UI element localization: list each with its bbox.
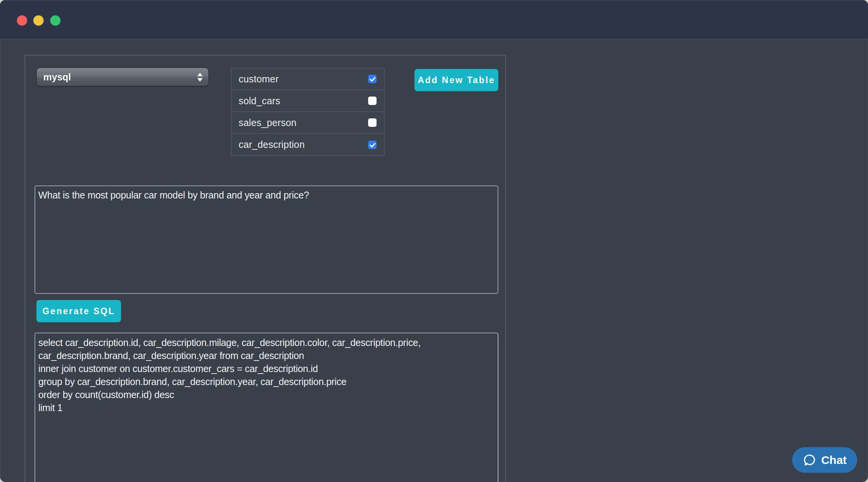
select-updown-icon	[196, 68, 204, 86]
table-name-label: sales_person	[239, 117, 296, 128]
database-select-value: mysql	[37, 72, 71, 83]
speech-bubble-icon	[803, 453, 817, 467]
table-name-label: customer	[239, 74, 278, 85]
table-checkbox[interactable]	[368, 141, 377, 149]
chat-button[interactable]: Chat	[792, 447, 857, 473]
table-row: sales_person	[231, 112, 384, 134]
table-row: sold_cars	[231, 90, 384, 112]
table-list: customer sold_cars sales_person car_desc…	[231, 68, 385, 156]
titlebar	[0, 0, 868, 39]
add-new-table-button[interactable]: Add New Table	[414, 69, 498, 91]
table-name-label: car_description	[239, 139, 305, 150]
generate-sql-button[interactable]: Generate SQL	[36, 300, 121, 322]
database-select[interactable]: mysql	[36, 68, 209, 86]
zoom-button[interactable]	[50, 15, 61, 26]
chat-button-label: Chat	[821, 454, 847, 467]
table-checkbox[interactable]	[368, 97, 377, 105]
table-checkbox[interactable]	[368, 118, 377, 127]
sql-output[interactable]: select car_description.id, car_descripti…	[34, 333, 498, 482]
app-window: mysql customer sold_cars sales_person ca…	[0, 0, 868, 482]
table-row: customer	[231, 68, 384, 90]
table-checkbox[interactable]	[368, 75, 377, 83]
table-name-label: sold_cars	[239, 95, 280, 107]
table-row: car_description	[231, 134, 384, 156]
question-input[interactable]: What is the most popular car model by br…	[34, 185, 498, 294]
close-button[interactable]	[17, 15, 27, 26]
minimize-button[interactable]	[33, 15, 44, 26]
